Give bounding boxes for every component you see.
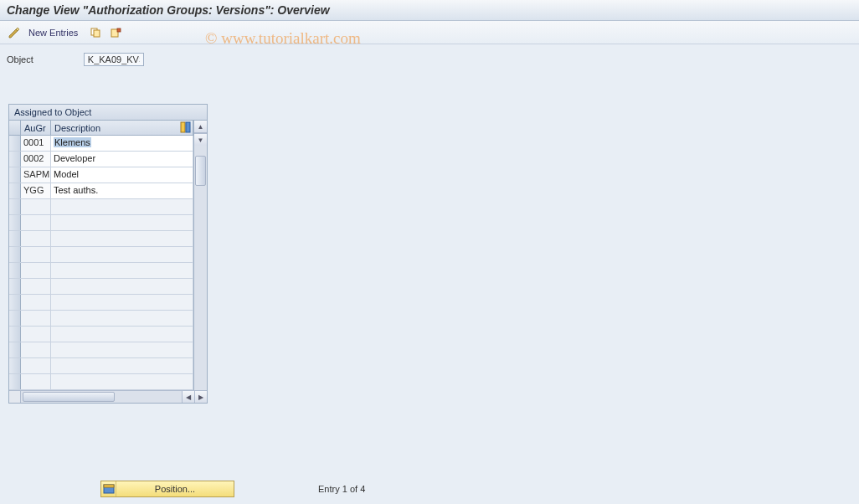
table-settings-icon[interactable]: [180, 121, 192, 133]
cell-description[interactable]: [51, 215, 193, 230]
row-selector[interactable]: [9, 327, 21, 342]
table-title: Assigned to Object: [9, 105, 207, 121]
row-selector[interactable]: [9, 311, 21, 326]
cell-augr[interactable]: SAPM: [21, 167, 51, 183]
footer-bar: Position... Entry 1 of 4: [0, 477, 859, 504]
horizontal-scroll-thumb[interactable]: [23, 392, 115, 402]
object-input[interactable]: [84, 53, 144, 66]
cell-augr[interactable]: [21, 358, 51, 373]
cell-augr[interactable]: [21, 295, 51, 310]
vertical-scroll-thumb[interactable]: [195, 156, 206, 186]
row-selector[interactable]: [9, 167, 21, 183]
table-header-row: AuGr Description: [9, 121, 193, 136]
horizontal-scrollbar[interactable]: ◀ ▶: [9, 390, 207, 403]
table-row[interactable]: [9, 199, 193, 215]
row-selector[interactable]: [9, 215, 21, 230]
toggle-change-icon[interactable]: [7, 25, 22, 40]
cell-description[interactable]: [51, 279, 193, 294]
select-all-handle[interactable]: [9, 121, 21, 135]
new-entries-button[interactable]: New Entries: [28, 28, 78, 38]
vertical-scrollbar[interactable]: ▲ ▼: [193, 121, 207, 390]
cell-description[interactable]: Model: [51, 167, 193, 183]
position-button[interactable]: Position...: [100, 481, 234, 497]
horizontal-scroll-track[interactable]: [21, 391, 182, 403]
position-button-label: Position...: [116, 484, 234, 494]
position-icon: [101, 481, 116, 496]
cell-augr[interactable]: YGG: [21, 183, 51, 198]
table-row[interactable]: 0002Developer: [9, 152, 193, 167]
scroll-up-arrow-icon[interactable]: ▲: [194, 121, 207, 133]
cell-augr[interactable]: [21, 199, 51, 214]
cell-description[interactable]: [51, 358, 193, 373]
table-row[interactable]: [9, 215, 193, 231]
row-selector[interactable]: [9, 263, 21, 278]
cell-augr[interactable]: [21, 247, 51, 262]
table-body: 0001Klemens0002DeveloperSAPMModelYGGTest…: [9, 136, 193, 390]
row-selector[interactable]: [9, 295, 21, 310]
row-selector[interactable]: [9, 136, 21, 151]
svg-rect-7: [104, 485, 114, 487]
delete-icon[interactable]: [108, 25, 123, 40]
hscroll-spacer: [9, 391, 21, 403]
table-row[interactable]: [9, 374, 193, 390]
cell-augr[interactable]: [21, 374, 51, 389]
cell-description[interactable]: Klemens: [51, 136, 193, 151]
assigned-to-object-table: Assigned to Object AuGr Description 0001…: [8, 104, 208, 404]
cell-description[interactable]: [51, 311, 193, 326]
object-row: Object: [0, 44, 859, 75]
table-row[interactable]: YGGTest auths.: [9, 183, 193, 199]
table-row[interactable]: [9, 342, 193, 358]
column-header-augr[interactable]: AuGr: [21, 121, 51, 135]
cell-description[interactable]: [51, 231, 193, 246]
row-selector[interactable]: [9, 247, 21, 262]
cell-augr[interactable]: [21, 263, 51, 278]
cell-description[interactable]: Developer: [51, 152, 193, 167]
cell-augr[interactable]: [21, 327, 51, 342]
column-header-description-label: Description: [54, 123, 100, 133]
table-row[interactable]: 0001Klemens: [9, 136, 193, 152]
table-row[interactable]: SAPMModel: [9, 167, 193, 183]
cell-augr[interactable]: [21, 231, 51, 246]
row-selector[interactable]: [9, 279, 21, 294]
svg-rect-1: [94, 30, 100, 37]
entry-status: Entry 1 of 4: [318, 484, 365, 494]
table-row[interactable]: [9, 295, 193, 311]
row-selector[interactable]: [9, 199, 21, 214]
cell-description[interactable]: Test auths.: [51, 183, 193, 198]
application-toolbar: New Entries: [0, 21, 859, 44]
scroll-left-arrow-icon[interactable]: ◀: [182, 391, 194, 403]
row-selector[interactable]: [9, 374, 21, 389]
table-row[interactable]: [9, 231, 193, 247]
page-title: Change View "Authorization Groups: Versi…: [0, 0, 859, 21]
scroll-down-arrow-icon[interactable]: ▼: [194, 133, 207, 146]
copy-as-icon[interactable]: [88, 25, 103, 40]
cell-augr[interactable]: [21, 279, 51, 294]
table-row[interactable]: [9, 263, 193, 279]
column-header-description[interactable]: Description: [51, 121, 193, 135]
cell-description[interactable]: [51, 263, 193, 278]
cell-augr[interactable]: [21, 311, 51, 326]
cell-augr[interactable]: [21, 215, 51, 230]
cell-description[interactable]: [51, 247, 193, 262]
cell-description[interactable]: [51, 295, 193, 310]
cell-description[interactable]: [51, 199, 193, 214]
table-row[interactable]: [9, 279, 193, 295]
vertical-scroll-track[interactable]: [194, 146, 207, 390]
cell-augr[interactable]: 0002: [21, 152, 51, 167]
table-row[interactable]: [9, 327, 193, 342]
row-selector[interactable]: [9, 358, 21, 373]
cell-description[interactable]: [51, 374, 193, 389]
cell-description[interactable]: [51, 342, 193, 357]
row-selector[interactable]: [9, 152, 21, 167]
cell-description[interactable]: [51, 327, 193, 342]
scroll-right-arrow-icon[interactable]: ▶: [194, 391, 207, 403]
svg-rect-4: [181, 122, 185, 132]
row-selector[interactable]: [9, 183, 21, 198]
table-row[interactable]: [9, 358, 193, 374]
table-row[interactable]: [9, 247, 193, 263]
cell-augr[interactable]: 0001: [21, 136, 51, 151]
row-selector[interactable]: [9, 342, 21, 357]
cell-augr[interactable]: [21, 342, 51, 357]
table-row[interactable]: [9, 311, 193, 327]
row-selector[interactable]: [9, 231, 21, 246]
